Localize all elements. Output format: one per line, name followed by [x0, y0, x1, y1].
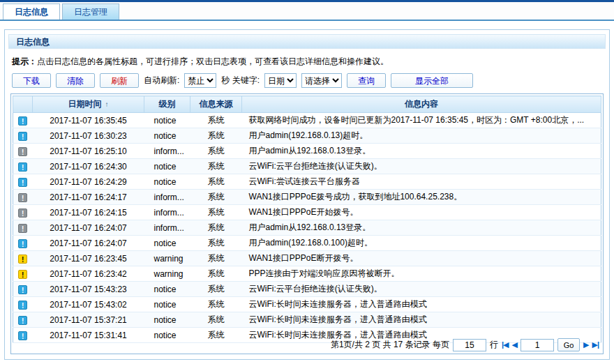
inform-icon: !	[18, 147, 27, 156]
log-content: WAN1接口PPPoE拨号成功，获取到地址100.64.25.238。	[242, 190, 601, 205]
log-time: 2017-11-07 15:43:23	[33, 282, 144, 297]
table-row[interactable]: ! 2017-11-07 16:24:07 inform... 系统 用户adm…	[13, 220, 601, 236]
log-source: 系统	[190, 205, 242, 220]
info-icon: !	[18, 316, 27, 325]
log-time: 2017-11-07 16:24:29	[33, 174, 144, 190]
tab-log-info[interactable]: 日志信息	[3, 3, 60, 20]
log-table: 日期时间↑ 级别 信息来源 信息内容 ! 2017-11-07 16:35:45…	[13, 96, 601, 343]
tip-text: 提示：点击日志信息的各属性标题，可进行排序；双击日志表项，可查看该日志详细信息和…	[5, 49, 609, 69]
auto-refresh-select[interactable]: 禁止	[184, 73, 216, 88]
log-source: 系统	[190, 297, 242, 312]
info-icon: !	[18, 162, 27, 172]
table-row[interactable]: ! 2017-11-07 16:25:10 inform... 系统 用户adm…	[13, 144, 601, 159]
keyword-field-select[interactable]: 日期	[264, 73, 297, 88]
log-source: 系统	[190, 174, 242, 190]
last-page-button[interactable]: ▶|	[592, 340, 599, 349]
log-source: 系统	[190, 190, 242, 205]
tab-log-manage[interactable]: 日志管理	[62, 3, 119, 20]
header-level[interactable]: 级别	[144, 96, 190, 113]
log-level: notice	[144, 328, 190, 343]
log-time: 2017-11-07 16:23:42	[33, 266, 144, 282]
log-time: 2017-11-07 16:24:30	[33, 159, 144, 174]
log-source: 系统	[190, 128, 242, 144]
info-icon: !	[18, 285, 27, 294]
log-level: inform...	[144, 205, 190, 220]
log-time: 2017-11-07 16:24:15	[33, 205, 144, 220]
table-row[interactable]: ! 2017-11-07 16:30:23 notice 系统 用户admin(…	[13, 128, 601, 144]
keyword-value-select[interactable]: 请选择	[301, 73, 342, 88]
log-content: 获取网络时间成功，设备时间已更新为2017-11-07 16:35:45，时区为…	[242, 113, 601, 128]
header-content[interactable]: 信息内容	[242, 96, 601, 113]
table-row[interactable]: ! 2017-11-07 15:37:21 notice 系统 云WiFi:长时…	[13, 312, 601, 328]
table-row[interactable]: ! 2017-11-07 16:24:07 notice 系统 用户admin(…	[13, 236, 601, 251]
log-level: notice	[144, 113, 190, 128]
log-panel: 日志信息 提示：点击日志信息的各属性标题，可进行排序；双击日志表项，可查看该日志…	[4, 29, 610, 360]
toolbar: 下载 清除 刷新 自动刷新: 禁止 秒 关键字: 日期 请选择 查询 显示全部	[5, 69, 609, 91]
table-row[interactable]: ! 2017-11-07 15:43:23 notice 系统 云WiFi:云平…	[13, 282, 601, 297]
table-row[interactable]: ! 2017-11-07 16:24:30 notice 系统 云WiFi:云平…	[13, 159, 601, 174]
log-time: 2017-11-07 16:25:10	[33, 144, 144, 159]
log-content: WAN1接口PPPoE开始拨号。	[242, 205, 601, 220]
log-level: notice	[144, 312, 190, 328]
prev-page-button[interactable]: ◀	[512, 340, 517, 349]
log-level: inform...	[144, 190, 190, 205]
header-datetime[interactable]: 日期时间↑	[33, 96, 144, 113]
tab-bar: 日志信息 日志管理	[0, 2, 614, 21]
query-button[interactable]: 查询	[347, 73, 386, 88]
table-row[interactable]: ! 2017-11-07 16:24:15 inform... 系统 WAN1接…	[13, 205, 601, 220]
log-source: 系统	[190, 220, 242, 236]
log-level: notice	[144, 236, 190, 251]
table-row[interactable]: ! 2017-11-07 16:23:45 warning 系统 WAN1接口P…	[13, 251, 601, 266]
tip-body: 点击日志信息的各属性标题，可进行排序；双击日志表项，可查看该日志详细信息和操作建…	[37, 56, 389, 66]
refresh-button[interactable]: 刷新	[100, 73, 139, 88]
table-row[interactable]: ! 2017-11-07 16:24:29 notice 系统 云WiFi:尝试…	[13, 174, 601, 190]
tip-prefix: 提示：	[12, 56, 37, 66]
log-level: notice	[144, 128, 190, 144]
inform-icon: !	[18, 224, 27, 233]
warning-icon: !	[18, 255, 27, 264]
log-source: 系统	[190, 282, 242, 297]
header-source[interactable]: 信息来源	[190, 96, 242, 113]
log-content: 云WiFi:长时间未连接服务器，进入普通路由模式	[242, 297, 601, 312]
log-content: 用户admin(192.168.0.100)超时。	[242, 236, 601, 251]
inform-icon: !	[18, 193, 27, 202]
info-icon: !	[18, 132, 27, 141]
table-row[interactable]: ! 2017-11-07 16:24:17 inform... 系统 WAN1接…	[13, 190, 601, 205]
show-all-button[interactable]: 显示全部	[391, 73, 473, 88]
log-time: 2017-11-07 15:37:21	[33, 312, 144, 328]
log-time: 2017-11-07 16:24:07	[33, 220, 144, 236]
log-source: 系统	[190, 113, 242, 128]
log-time: 2017-11-07 16:23:45	[33, 251, 144, 266]
table-header-row: 日期时间↑ 级别 信息来源 信息内容	[13, 96, 601, 113]
table-row[interactable]: ! 2017-11-07 16:35:45 notice 系统 获取网络时间成功…	[13, 113, 601, 128]
log-content: 用户admin从192.168.0.13登录。	[242, 220, 601, 236]
auto-refresh-label: 自动刷新:	[144, 75, 179, 86]
download-button[interactable]: 下载	[12, 73, 51, 88]
first-page-button[interactable]: |◀	[502, 340, 509, 349]
log-source: 系统	[190, 251, 242, 266]
seconds-keyword-label: 秒 关键字:	[221, 75, 260, 86]
header-icon-column	[13, 96, 33, 113]
table-row[interactable]: ! 2017-11-07 15:43:02 notice 系统 云WiFi:长时…	[13, 297, 601, 312]
tab-log-manage-label: 日志管理	[74, 7, 107, 17]
info-icon: !	[18, 178, 27, 187]
log-content: PPP连接由于对端没响应原因将被断开。	[242, 266, 601, 282]
rows-per-page-input[interactable]	[453, 339, 486, 351]
log-level: warning	[144, 251, 190, 266]
table-row[interactable]: ! 2017-11-07 16:23:42 warning 系统 PPP连接由于…	[13, 266, 601, 282]
log-source: 系统	[190, 144, 242, 159]
next-page-button[interactable]: ▶	[583, 340, 588, 349]
header-datetime-label: 日期时间	[68, 99, 102, 109]
go-button[interactable]: Go	[557, 338, 580, 351]
log-level: warning	[144, 266, 190, 282]
log-content: 用户admin从192.168.0.13登录。	[242, 144, 601, 159]
log-time: 2017-11-07 16:24:17	[33, 190, 144, 205]
page-info: 第1页/共 2 页 共 17 条记录 每页	[331, 339, 449, 351]
log-content: 云WiFi:长时间未连接服务器，进入普通路由模式	[242, 312, 601, 328]
clear-button[interactable]: 清除	[56, 73, 95, 88]
page-number-input[interactable]	[521, 339, 554, 351]
section-title: 日志信息	[8, 34, 606, 49]
log-table-body: ! 2017-11-07 16:35:45 notice 系统 获取网络时间成功…	[13, 113, 601, 343]
log-level: notice	[144, 282, 190, 297]
log-source: 系统	[190, 328, 242, 343]
